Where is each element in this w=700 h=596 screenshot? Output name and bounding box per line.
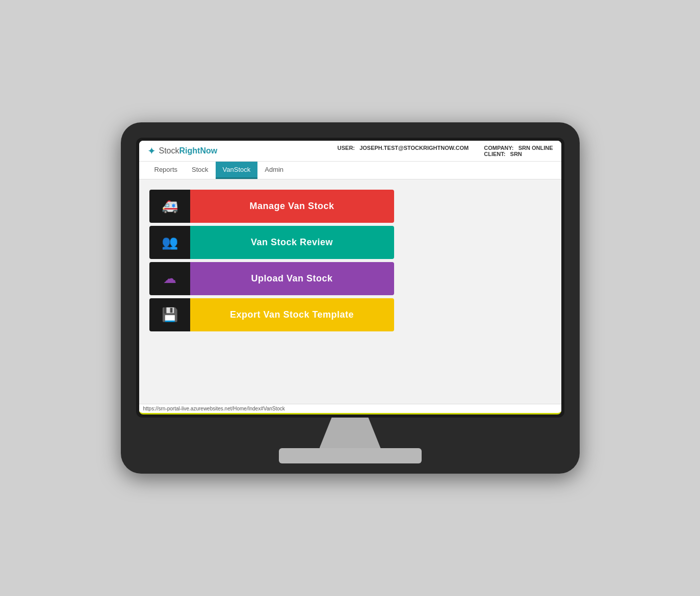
export-van-stock-icon-box: 💾 [149,298,190,331]
logo: ✦ StockRightNow [147,145,218,157]
group-icon: 👥 [162,235,178,250]
user-label: USER: [338,145,355,151]
van-stock-review-label: Van Stock Review [251,237,333,248]
logo-stock: Stock [159,146,179,155]
nav-admin[interactable]: Admin [257,162,291,179]
status-bar: https://srn-portal-live.azurewebsites.ne… [139,404,561,413]
logo-text: StockRightNow [159,146,218,156]
company-label: COMPANY: [484,145,513,151]
user-info: USER: JOSEPH.TEST@STOCKRIGHTNOW.COM [338,145,469,157]
status-url: https://srn-portal-live.azurewebsites.ne… [143,406,285,411]
save-disk-icon: 💾 [162,307,178,323]
manage-van-stock-label-box: Manage Van Stock [190,190,394,223]
van-stock-review-label-box: Van Stock Review [190,226,394,259]
monitor: ✦ StockRightNow USER: JOSEPH.TEST@STOCKR… [121,122,580,474]
main-content: 🚑 Manage Van Stock 👥 Van Stock Review [139,179,561,404]
user-email: JOSEPH.TEST@STOCKRIGHTNOW.COM [359,145,469,151]
manage-van-stock-icon-box: 🚑 [149,190,190,223]
manage-van-stock-button[interactable]: 🚑 Manage Van Stock [149,190,394,223]
nav-reports[interactable]: Reports [147,162,185,179]
van-stock-review-icon-box: 👥 [149,226,190,259]
menu-grid: 🚑 Manage Van Stock 👥 Van Stock Review [149,190,394,331]
upload-van-stock-icon-box: ☁ [149,262,190,295]
manage-van-stock-label: Manage Van Stock [249,201,334,212]
monitor-stand-base [279,448,422,463]
company-name: SRN ONLINE [518,145,553,151]
nav-stock[interactable]: Stock [185,162,216,179]
nav-bar: Reports Stock VanStock Admin [139,162,561,179]
app-header: ✦ StockRightNow USER: JOSEPH.TEST@STOCKR… [139,141,561,162]
logo-star-icon: ✦ [147,145,156,157]
monitor-stand-neck [320,418,381,448]
van-stock-review-button[interactable]: 👥 Van Stock Review [149,226,394,259]
upload-van-stock-label-box: Upload Van Stock [190,262,394,295]
screen-bezel: ✦ StockRightNow USER: JOSEPH.TEST@STOCKR… [136,138,564,418]
export-van-stock-button[interactable]: 💾 Export Van Stock Template [149,298,394,331]
logo-rightnow: RightNow [179,146,218,155]
screen: ✦ StockRightNow USER: JOSEPH.TEST@STOCKR… [139,141,561,414]
upload-van-stock-label: Upload Van Stock [251,273,332,284]
header-meta: USER: JOSEPH.TEST@STOCKRIGHTNOW.COM COMP… [338,145,553,157]
export-van-stock-label: Export Van Stock Template [230,309,354,320]
export-van-stock-label-box: Export Van Stock Template [190,298,394,331]
client-name: SRN [510,151,522,157]
company-info: COMPANY: SRN ONLINE CLIENT: SRN [484,145,553,157]
ambulance-icon: 🚑 [162,198,178,214]
upload-cloud-icon: ☁ [163,271,176,287]
upload-van-stock-button[interactable]: ☁ Upload Van Stock [149,262,394,295]
nav-vanstock[interactable]: VanStock [216,162,258,179]
client-label: CLIENT: [484,151,505,157]
